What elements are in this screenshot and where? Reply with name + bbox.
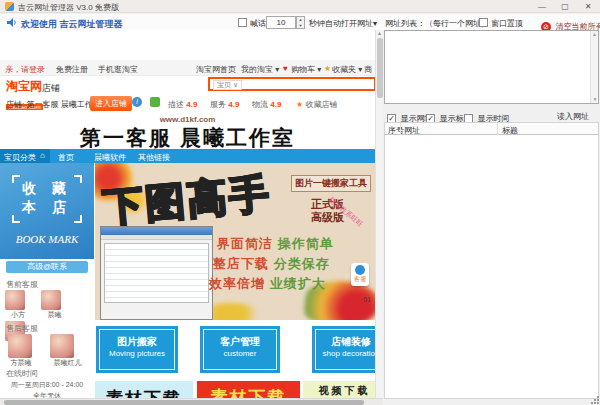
- bookmark-box[interactable]: 收 藏 本 店 BOOK MARK: [0, 163, 94, 259]
- auto-open-label[interactable]: 秒钟自动打开网址▾: [309, 18, 377, 29]
- enter-shop-button[interactable]: 进入店铺: [90, 96, 132, 111]
- feature-box-customer[interactable]: 客户管理 customer: [200, 326, 280, 373]
- slogan-part: 整店下载: [213, 256, 269, 271]
- feature-box-border: [99, 329, 175, 370]
- hours-line1: 周一至周日8:00 - 24:00: [0, 380, 94, 390]
- h-scrollbar[interactable]: [0, 398, 383, 405]
- taobao-header: 淘宝网 Taobao.com 店铺 宝贝 ∨ 店铺: 第一客服 晨曦工作室 进入…: [0, 76, 375, 114]
- rating-service: 服务 4.9: [210, 99, 239, 110]
- search-box[interactable]: 宝贝 ∨: [208, 77, 376, 91]
- app-window: 吉云网址管理器 V3.0 免费版 — ▢ ✕ 欢迎使用 吉云网址管理器 喊话: …: [0, 0, 600, 405]
- nav-item-categories[interactable]: 宝贝分类 ⌂: [0, 149, 50, 163]
- rating-service-value: 4.9: [228, 100, 239, 109]
- resize-grip[interactable]: [591, 396, 599, 404]
- agent-name: 晨曦红儿: [50, 358, 84, 368]
- load-urls-button[interactable]: 读入网址: [557, 111, 589, 122]
- table-header: 序号 网址 标题: [384, 122, 599, 135]
- logo-cn: 淘宝网: [6, 78, 43, 95]
- maximize-button[interactable]: ▢: [557, 1, 573, 12]
- column-divider: [400, 123, 401, 135]
- bookmark-cn-line2: 本 店: [0, 199, 94, 217]
- my-taobao-link[interactable]: 我的淘宝 ▾: [241, 64, 279, 75]
- wangwang-icon[interactable]: [150, 97, 160, 107]
- scroll-down-icon[interactable]: ▼: [591, 96, 599, 103]
- blue-nav: 宝贝分类 ⌂ 首页 晨曦软件 其他链接: [0, 149, 375, 163]
- rating-logistics-label: 物流: [252, 100, 268, 109]
- service-badge-label: 客服: [351, 275, 369, 284]
- agent-item[interactable]: 晨曦: [41, 290, 67, 320]
- slogan-line-1: 界面简洁 操作简单: [217, 235, 334, 253]
- minimize-button[interactable]: —: [534, 1, 550, 12]
- agent-avatar[interactable]: [8, 334, 32, 358]
- scroll-up-icon[interactable]: ▲: [376, 30, 383, 37]
- shop-title: 第一客服 晨曦工作室: [0, 124, 375, 152]
- agent-avatar[interactable]: [5, 290, 25, 310]
- agent-item[interactable]: 小方: [5, 290, 31, 320]
- cart-link[interactable]: 购物车 ▾: [291, 64, 321, 75]
- login-link[interactable]: 亲，请登录: [5, 64, 45, 75]
- shout-checkbox[interactable]: [238, 18, 247, 27]
- star-icon: ★: [324, 64, 331, 73]
- url-list-label: 网址列表：（每行一个网址）: [385, 18, 489, 29]
- favorite-star-icon: ★: [296, 100, 303, 109]
- nav-item-software[interactable]: 晨曦软件: [94, 152, 126, 163]
- rating-logistics: 物流 4.9: [252, 99, 281, 110]
- search-category-dropdown[interactable]: 宝贝 ∨: [213, 80, 242, 90]
- shop-info-line: 店铺: 第一客服 晨曦工作室: [6, 99, 101, 110]
- close-button[interactable]: ✕: [580, 1, 596, 12]
- scroll-up-icon[interactable]: ▲: [591, 31, 598, 38]
- slogan-part: 操作简单: [278, 236, 334, 251]
- presale-title: 售前客服: [6, 279, 38, 290]
- nav-categories-label: 宝贝分类: [4, 152, 36, 163]
- right-panel: ▲ ▼ ✓ 显示网址 ✓ 显示标题 显示时间 读入网址 序号 网址 标题: [383, 30, 600, 405]
- shop-tab[interactable]: 店铺: [42, 82, 60, 95]
- favorite-shop-link[interactable]: ★ 收藏店铺: [296, 99, 337, 110]
- qq-icon: [355, 265, 365, 275]
- url-textarea[interactable]: ▲ ▼: [384, 30, 599, 104]
- agent-item[interactable]: 晨曦红儿: [50, 334, 84, 368]
- agent-avatar[interactable]: [50, 334, 74, 358]
- aftersale-agents: 方晨曦 晨曦红儿: [8, 334, 84, 369]
- rating-desc-label: 描述: [168, 100, 184, 109]
- register-link[interactable]: 免费注册: [56, 64, 88, 75]
- feature-box-pictures[interactable]: 图片搬家 Moving pictures: [96, 326, 178, 373]
- v-scrollbar[interactable]: ▲: [375, 30, 383, 398]
- slogan-part: 分类保存: [274, 256, 330, 271]
- rating-desc-value: 4.9: [186, 100, 197, 109]
- agent-avatar[interactable]: [41, 290, 61, 310]
- mobile-taobao-link[interactable]: 手机逛淘宝: [98, 64, 138, 75]
- rating-logistics-value: 4.9: [270, 100, 281, 109]
- spinner-down-icon[interactable]: ▼: [297, 23, 304, 28]
- info-icon[interactable]: i: [132, 97, 142, 107]
- promo-tag: 图片一键搬家工具: [291, 175, 371, 192]
- site-url: www.d1kf.com: [0, 114, 375, 124]
- mini-screenshot-list: [104, 243, 209, 303]
- shop-sidebar: 收 藏 本 店 BOOK MARK 高级@联系 售前客服 小方 晨曦 晓晓: [0, 163, 94, 405]
- agent-name: 晨曦: [41, 310, 67, 320]
- table-body[interactable]: [384, 135, 599, 399]
- favorite-shop-label: 收藏店铺: [305, 100, 337, 109]
- feature-box-border: [203, 329, 277, 370]
- service-badge[interactable]: 客服: [351, 263, 369, 286]
- textarea-scrollbar[interactable]: ▲ ▼: [590, 31, 598, 103]
- app-icon: [5, 2, 14, 11]
- nav-item-home[interactable]: 首页: [58, 152, 74, 163]
- column-divider: [497, 123, 498, 135]
- contact-button[interactable]: 高级@联系: [6, 261, 88, 273]
- nav-item-links[interactable]: 其他链接: [138, 152, 170, 163]
- bookmark-cn-line1: 收 藏: [0, 180, 94, 198]
- aftersale-title: 售后客服: [6, 323, 38, 334]
- taobao-home-link[interactable]: 淘宝网首页: [196, 64, 236, 75]
- mini-screenshot-titlebar: [101, 227, 212, 235]
- page-indicator: 01: [363, 296, 371, 303]
- slogan-line-2: 整店下载 分类保存: [213, 255, 330, 273]
- speaker-icon: [6, 17, 17, 28]
- v-scroll-thumb[interactable]: [377, 38, 383, 98]
- h-scroll-thumb[interactable]: [4, 400, 364, 405]
- stay-on-top-checkbox[interactable]: [479, 18, 488, 27]
- promo-banner[interactable]: 下图高手 图片一键搬家工具 正式版 高级版 疑问联系旺旺 界面简洁 操作简单 整…: [95, 163, 375, 320]
- interval-spinner[interactable]: ▲ ▼: [296, 16, 305, 29]
- agent-item[interactable]: 方晨曦: [8, 334, 34, 368]
- interval-input[interactable]: 10: [266, 16, 296, 29]
- favorites-link[interactable]: 收藏夹 ▾: [332, 64, 362, 75]
